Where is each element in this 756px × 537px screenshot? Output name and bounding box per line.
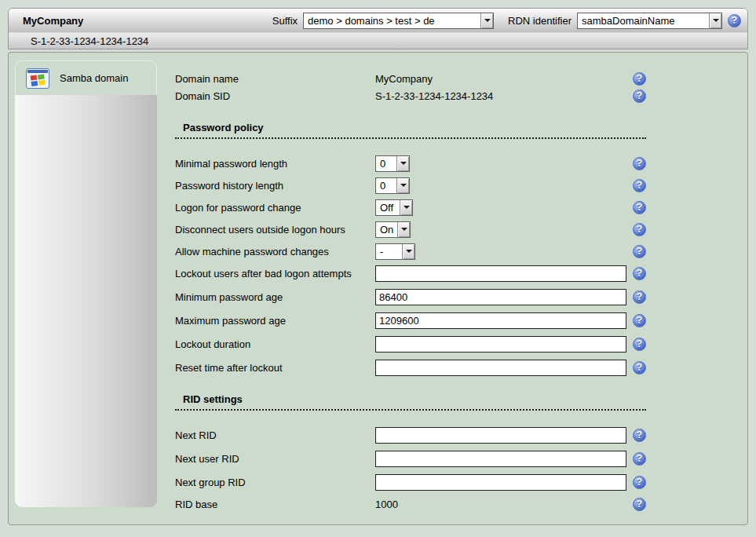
help-icon[interactable]: ? <box>633 157 646 170</box>
rdn-select-value: sambaDomainName <box>578 13 709 28</box>
select-value: 0 <box>376 156 396 171</box>
title-bar-sid-row: S-1-2-33-1234-1234-1234 <box>9 32 747 49</box>
chevron-down-icon <box>400 200 412 215</box>
chevron-down-icon <box>396 178 409 193</box>
suffix-select[interactable]: demo > domains > test > de <box>303 13 494 29</box>
field-label: Logon for password change <box>175 202 375 214</box>
minimal-password-length-row: Minimal password length 0 ? <box>175 155 646 172</box>
help-icon[interactable]: ? <box>633 314 646 327</box>
title-bar-top-row: MyCompany Suffix demo > domains > test >… <box>9 9 747 32</box>
reset-time-after-lockout-input[interactable] <box>375 360 626 376</box>
help-icon[interactable]: ? <box>728 14 741 27</box>
chevron-down-icon <box>402 244 415 259</box>
suffix-select-value: demo > domains > test > de <box>304 13 480 28</box>
help-icon[interactable]: ? <box>633 179 646 192</box>
help-icon[interactable]: ? <box>633 452 646 466</box>
chevron-down-icon <box>480 13 493 28</box>
tab-samba-domain-label: Samba domain <box>60 72 128 84</box>
logon-for-password-change-select[interactable]: Off <box>375 199 413 216</box>
allow-machine-password-changes-row: Allow machine password changes - ? <box>175 243 646 260</box>
help-icon[interactable]: ? <box>633 201 646 214</box>
lockout-duration-row: Lockout duration ? <box>175 335 646 353</box>
suffix-label: Suffix <box>272 15 298 27</box>
domain-name-row: Domain name MyCompany ? <box>175 70 646 87</box>
section-heading-rid-settings: RID settings <box>175 393 646 411</box>
help-icon[interactable]: ? <box>633 338 646 351</box>
domain-sid-subtitle: S-1-2-33-1234-1234-1234 <box>31 35 148 47</box>
chevron-down-icon <box>397 222 410 237</box>
rid-base-value: 1000 <box>375 499 398 510</box>
help-icon[interactable]: ? <box>633 245 646 258</box>
select-value: 0 <box>376 178 396 193</box>
windows-logo-icon <box>26 68 49 89</box>
next-user-rid-row: Next user RID ? <box>175 450 646 467</box>
next-group-rid-row: Next group RID ? <box>175 473 646 491</box>
domain-sid-value: S-1-2-33-1234-1234-1234 <box>375 90 493 102</box>
select-value: - <box>376 244 402 259</box>
minimal-password-length-select[interactable]: 0 <box>375 155 410 172</box>
field-label: Next RID <box>175 429 375 441</box>
help-icon[interactable]: ? <box>633 72 646 86</box>
help-icon[interactable]: ? <box>633 290 646 304</box>
password-history-length-row: Password history length 0 ? <box>175 177 646 194</box>
minimum-password-age-input[interactable] <box>375 289 626 305</box>
field-label: Password history length <box>175 180 375 192</box>
field-label: Maximum password age <box>175 315 375 327</box>
help-icon[interactable]: ? <box>633 223 646 236</box>
chevron-down-icon <box>709 13 721 28</box>
field-label: Disconnect users outside logon hours <box>175 224 375 236</box>
tab-samba-domain[interactable]: Samba domain <box>15 60 157 95</box>
logon-for-password-change-row: Logon for password change Off ? <box>175 199 646 216</box>
help-icon[interactable]: ? <box>633 90 646 103</box>
field-label: Lockout duration <box>175 338 375 350</box>
field-label: Minimal password length <box>175 158 375 170</box>
field-label: RID base <box>175 499 375 510</box>
next-rid-input[interactable] <box>375 427 626 444</box>
select-value: On <box>376 222 397 237</box>
title-bar: MyCompany Suffix demo > domains > test >… <box>8 8 748 49</box>
rdn-identifier-select[interactable]: sambaDomainName <box>577 13 722 29</box>
domain-name-label: Domain name <box>175 73 375 85</box>
next-group-rid-input[interactable] <box>375 474 626 491</box>
field-label: Lockout users after bad logon attempts <box>175 268 375 279</box>
maximum-password-age-input[interactable] <box>375 312 626 329</box>
domain-sid-label: Domain SID <box>175 90 375 102</box>
password-history-length-select[interactable]: 0 <box>375 177 410 194</box>
chevron-down-icon <box>396 156 409 171</box>
help-icon[interactable]: ? <box>633 361 646 374</box>
next-user-rid-input[interactable] <box>375 451 626 467</box>
domain-name-value: MyCompany <box>375 73 433 85</box>
next-rid-row: Next RID ? <box>175 426 646 444</box>
minimum-password-age-row: Minimum password age ? <box>175 288 646 305</box>
field-label: Next user RID <box>175 453 375 465</box>
lockout-bad-logon-input[interactable] <box>375 265 626 282</box>
allow-machine-password-changes-select[interactable]: - <box>375 243 415 260</box>
field-label: Next group RID <box>175 477 375 488</box>
section-heading-password-policy: Password policy <box>175 122 646 139</box>
field-label: Minimum password age <box>175 291 375 303</box>
reset-time-after-lockout-row: Reset time after lockout ? <box>175 359 646 376</box>
main-panel: Samba domain Domain name MyCompany ? Dom… <box>8 52 748 525</box>
disconnect-users-row: Disconnect users outside logon hours On … <box>175 221 646 238</box>
help-icon[interactable]: ? <box>633 476 646 489</box>
domain-sid-row: Domain SID S-1-2-33-1234-1234-1234 ? <box>175 87 646 104</box>
help-icon[interactable]: ? <box>633 267 646 280</box>
sidebar-panel <box>15 95 157 507</box>
field-label: Reset time after lockout <box>175 362 375 374</box>
rid-base-row: RID base 1000 ? <box>175 495 646 513</box>
page-title: MyCompany <box>23 15 83 27</box>
help-icon[interactable]: ? <box>633 429 646 442</box>
field-label: Allow machine password changes <box>175 246 375 258</box>
lockout-duration-input[interactable] <box>375 336 626 353</box>
select-value: Off <box>376 200 400 215</box>
lockout-bad-logon-row: Lockout users after bad logon attempts ? <box>175 265 646 282</box>
rdn-identifier-label: RDN identifier <box>508 15 572 27</box>
disconnect-users-select[interactable]: On <box>375 221 411 238</box>
samba-domain-form: Domain name MyCompany ? Domain SID S-1-2… <box>175 70 646 513</box>
maximum-password-age-row: Maximum password age ? <box>175 312 646 329</box>
help-icon[interactable]: ? <box>633 498 646 511</box>
